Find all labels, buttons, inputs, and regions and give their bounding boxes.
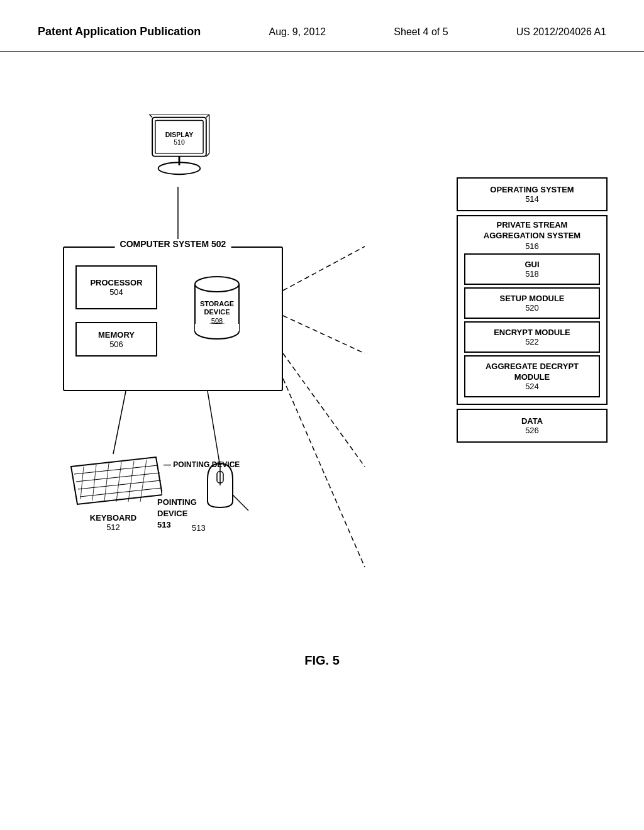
memory-label: MEMORY [98,330,135,340]
encrypt-module-label: ENCRYPT MODULE [470,328,594,337]
svg-point-20 [195,277,239,292]
keyboard-icon [65,454,162,511]
svg-text:DEVICE: DEVICE [204,308,230,316]
data-box: DATA 526 [457,409,608,443]
memory-number: 506 [109,340,123,349]
operating-system-box: OPERATING SYSTEM 514 [457,177,608,211]
gui-label: GUI [470,260,594,269]
svg-text:STORAGE: STORAGE [200,300,234,307]
gui-number: 518 [470,269,594,279]
right-column: OPERATING SYSTEM 514 PRIVATE STREAM AGGR… [457,177,608,443]
pointing-arrow: — [164,460,171,469]
svg-line-3 [283,353,365,467]
gui-box: GUI 518 [464,253,600,285]
figure-label: FIG. 5 [304,653,340,668]
pointing-device-component: — POINTING DEVICE [195,460,245,516]
setup-module-label: SETUP MODULE [470,294,594,303]
diagram-area: DISPLAY 510 COMPUTER SYSTEM 502 PROCESSO… [0,52,644,743]
private-stream-outer-box: PRIVATE STREAM AGGREGATION SYSTEM 516 GU… [457,215,608,405]
keyboard-component: KEYBOARD 512 [63,454,164,532]
pointing-device-label: POINTING DEVICE [173,460,240,469]
aggregate-decrypt-box: AGGREGATE DECRYPT MODULE 524 [464,355,600,397]
svg-text:508: 508 [211,317,223,324]
pointing-device-text: POINTING DEVICE 513 [157,497,197,531]
display-component: DISPLAY 510 [138,114,220,180]
svg-line-1 [283,246,365,290]
patent-number: US 2012/204026 A1 [516,26,606,38]
svg-text:DISPLAY: DISPLAY [165,131,193,138]
processor-number: 504 [109,287,123,297]
storage-device: STORAGE DEVICE 508 [182,272,252,350]
svg-line-5 [113,391,126,454]
os-number: 514 [463,194,601,204]
publication-title: Patent Application Publication [38,25,201,38]
svg-text:510: 510 [174,139,185,146]
encrypt-module-number: 522 [470,337,594,346]
page-header: Patent Application Publication Aug. 9, 2… [0,0,644,52]
keyboard-label: KEYBOARD 512 [63,513,164,532]
setup-module-number: 520 [470,303,594,313]
encrypt-module-box: ENCRYPT MODULE 522 [464,321,600,353]
processor-label: PROCESSOR [90,278,142,287]
storage-icon: STORAGE DEVICE 508 [186,272,248,347]
private-stream-header: PRIVATE STREAM AGGREGATION SYSTEM 516 [462,220,602,251]
svg-rect-22 [195,324,239,331]
memory-box: MEMORY 506 [75,322,157,357]
sheet-info: Sheet 4 of 5 [394,26,448,38]
data-number: 526 [463,426,601,435]
publication-date: Aug. 9, 2012 [269,26,326,38]
display-icon: DISPLAY 510 [142,114,217,177]
setup-module-box: SETUP MODULE 520 [464,287,600,319]
aggregate-decrypt-label2: MODULE [470,372,594,382]
processor-box: PROCESSOR 504 [75,265,157,309]
svg-line-2 [283,316,365,353]
private-stream-number: 516 [462,241,602,251]
aggregate-decrypt-number: 524 [470,382,594,391]
svg-line-6 [208,391,220,467]
computer-system-label: COMPUTER SYSTEM 502 [115,239,231,249]
os-label: OPERATING SYSTEM [463,185,601,194]
svg-line-4 [283,379,365,567]
data-label: DATA [463,416,601,426]
